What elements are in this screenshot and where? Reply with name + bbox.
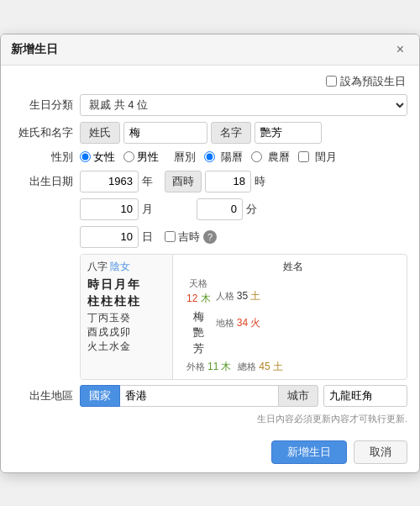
gender-label: 性別 [13,150,80,165]
city-input[interactable] [323,385,407,407]
add-birthday-button[interactable]: 新增生日 [271,440,347,464]
country-button[interactable]: 國家 [80,385,120,407]
solar-label: 陽曆 [221,150,243,165]
city-button[interactable]: 城市 [278,385,318,407]
wai-ge-elem: 木 [221,360,231,374]
hour-unit: 時 [255,174,265,189]
dialog-title: 新增生日 [11,42,58,57]
calendar-label: 曆別 [174,150,196,165]
wai-zong-row: 外格 11 木 總格 45 土 [186,360,400,374]
tian-ge-value: 12 木 [186,292,211,306]
dialog-header: 新增生日 × [1,34,419,66]
bazi-stems-row2: 酉戌戌卯 [87,325,165,340]
location-label: 出生地區 [13,388,80,403]
minute-input[interactable] [197,198,243,220]
bazi-stems-row1: 丁丙玉癸 [87,311,165,325]
male-label: 男性 [137,150,159,165]
ren-ge-row: 人格 35 土 [216,289,260,303]
day-row: 日 吉時 ? [13,226,407,248]
bazi-right: 姓名 天格 12 木 梅 艷 芳 [180,255,407,379]
wai-ge-label: 外格 [186,361,205,373]
category-row: 生日分類 親戚 共 4 位 [13,94,407,116]
gender-section: 女性 男性 [80,150,159,165]
ren-ge-elem: 土 [250,289,260,303]
zong-ge-val: 45 [259,361,270,372]
name-row: 姓氏和名字 姓氏 名字 [13,122,407,144]
lunar-label: 農曆 [268,150,290,165]
category-label: 生日分類 [13,98,80,113]
zong-ge-label: 總格 [238,361,256,373]
dialog: 新增生日 × 設為預設生日 生日分類 親戚 共 4 位 姓氏和名字 姓氏 名字 [0,34,420,473]
bazi-pillars-label: 時日月年 [87,277,165,293]
bazi-type: 陰女 [110,261,130,272]
category-select[interactable]: 親戚 共 4 位 [80,94,407,116]
solar-radio[interactable] [204,151,215,162]
di-ge-row: 地格 34 火 [216,316,260,330]
location-group: 國家 城市 [80,385,407,407]
auspicious-label: 吉時 [178,229,200,245]
bazi-panel: 八字 陰女 時日月年 柱柱柱柱 丁丙玉癸 酉戌戌卯 火土水金 姓名 天格 12 [80,254,407,380]
day-unit: 日 [142,229,153,245]
birth-date-static-label: 出生日期 [13,174,80,189]
given-name-button[interactable]: 名字 [211,122,251,144]
cancel-button[interactable]: 取消 [354,440,407,464]
month-input[interactable] [80,198,139,220]
auspicious-checkbox[interactable] [165,231,176,242]
dialog-body: 設為預設生日 生日分類 親戚 共 4 位 姓氏和名字 姓氏 名字 性別 女性 [1,66,419,435]
lunar-radio[interactable] [251,151,262,162]
name-char-0: 梅 [193,309,204,324]
help-icon[interactable]: ? [203,230,217,244]
name-char-1: 艷 [193,325,204,340]
name-char-2: 芳 [193,341,204,356]
calendar-section: 曆別 陽曆 農曆 閏月 [174,150,337,165]
location-row: 出生地區 國家 城市 [13,385,407,407]
default-birthday-label: 設為預設生日 [340,74,406,89]
year-unit: 年 [142,174,153,189]
wai-ge-val: 11 [207,361,218,372]
day-input[interactable] [80,226,139,248]
intercalary-label: 閏月 [315,150,337,165]
default-checkbox-row: 設為預設生日 [13,74,407,89]
gender-calendar-row: 性別 女性 男性 曆別 陽曆 農曆 閏月 [13,150,407,165]
female-radio[interactable] [80,151,91,162]
bazi-stems-row3: 火土水金 [87,340,165,354]
surname-button[interactable]: 姓氏 [80,122,120,144]
default-birthday-checkbox[interactable] [326,76,337,87]
info-text: 生日內容必須更新內容才可執行更新. [13,413,407,425]
minute-unit: 分 [246,202,257,217]
year-input[interactable] [80,171,139,192]
ren-ge-val: 35 [237,290,248,302]
given-name-input[interactable] [255,122,322,144]
ren-ge-label: 人格 [216,290,234,303]
year-row: 年 出生日期 年 酉時 時 [13,171,407,192]
intercalary-checkbox[interactable] [298,151,309,162]
close-button[interactable]: × [391,41,409,58]
zong-ge-elem: 土 [273,360,283,374]
bazi-left: 八字 陰女 時日月年 柱柱柱柱 丁丙玉癸 酉戌戌卯 火土水金 [81,255,173,379]
bazi-pillars-row2: 柱柱柱柱 [87,294,165,309]
name-analysis-title: 姓名 [186,260,400,274]
hour-input[interactable] [205,171,251,192]
tian-ge-label: 天格 [189,277,207,290]
month-row: 月 分 [13,198,407,220]
di-ge-elem: 火 [250,316,260,330]
dialog-footer: 新增生日 取消 [1,435,419,472]
month-unit: 月 [142,202,153,217]
bazi-title: 八字 陰女 [87,260,165,274]
di-ge-label: 地格 [216,317,234,329]
country-input[interactable] [120,385,278,407]
male-radio[interactable] [123,151,134,162]
surname-input[interactable] [123,122,207,144]
time-label-button[interactable]: 酉時 [165,171,202,192]
name-group: 姓氏 名字 [80,122,407,144]
di-ge-val: 34 [237,317,248,329]
name-label: 姓氏和名字 [13,125,80,140]
female-label: 女性 [93,150,115,165]
